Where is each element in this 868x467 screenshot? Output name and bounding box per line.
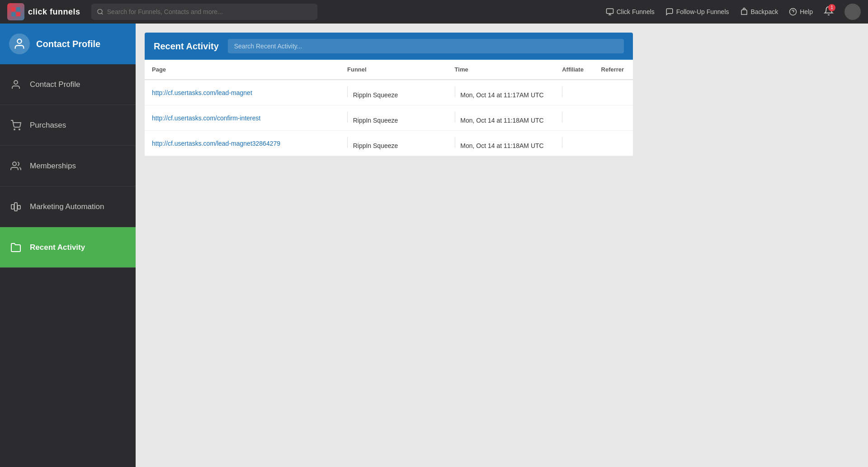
svg-point-4 [97,9,102,14]
sidebar-item-marketing-automation-label: Marketing Automation [30,202,104,211]
nav-follow-up-label: Follow-Up Funnels [676,8,729,15]
table-row: http://cf.usertasks.com/lead-magnet Ripp… [145,80,633,105]
svg-rect-2 [11,12,15,16]
cell-page: http://cf.usertasks.com/lead-magnet [145,80,340,105]
backpack-icon [740,8,748,16]
person-icon [9,78,23,91]
cell-time: Mon, Oct 14 at 11:18AM UTC [448,105,555,131]
cell-affiliate [555,131,594,156]
svg-rect-16 [11,205,14,209]
activity-table: Page Funnel Time Affiliate Referrer http… [145,60,633,156]
sidebar-header-title: Contact Profile [36,39,100,49]
divider [562,137,562,148]
sidebar-item-memberships[interactable]: Memberships [0,146,136,186]
logo-text: click funnels [28,7,80,17]
svg-line-5 [101,13,103,14]
divider [455,86,455,97]
sidebar-item-memberships-label: Memberships [30,162,76,171]
col-header-page: Page [145,60,340,80]
svg-rect-3 [16,12,20,16]
cell-referrer [594,80,633,105]
cell-referrer [594,131,633,156]
sidebar-item-recent-activity-label: Recent Activity [30,243,85,252]
divider [455,137,455,148]
cell-page: http://cf.usertasks.com/lead-magnet32864… [145,131,340,156]
sidebar-header-icon [9,33,30,54]
search-input[interactable] [107,8,312,15]
cell-funnel: RippIn Squeeze [340,80,448,105]
cell-affiliate [555,80,594,105]
col-header-affiliate: Affiliate [555,60,594,80]
svg-rect-0 [11,7,15,11]
cell-referrer [594,105,633,131]
svg-point-15 [13,162,16,166]
cell-funnel: RippIn Squeeze [340,131,448,156]
sidebar: Contact Profile Contact Profile [0,24,136,467]
sidebar-nav: Contact Profile Purchases [0,64,136,467]
cell-affiliate [555,105,594,131]
svg-point-11 [17,39,21,43]
top-navigation: click funnels Click Funnels Follow-Up Fu… [0,0,868,24]
table-row: http://cf.usertasks.com/lead-magnet32864… [145,131,633,156]
sidebar-header: Contact Profile [0,24,136,64]
cell-funnel: RippIn Squeeze [340,105,448,131]
nav-backpack[interactable]: Backpack [740,8,778,16]
table-header-row: Page Funnel Time Affiliate Referrer [145,60,633,80]
avatar[interactable] [844,4,861,20]
notification-badge: 1 [828,4,835,11]
memberships-icon [9,159,23,173]
nav-click-funnels-label: Click Funnels [617,8,655,15]
logo-icon [7,3,24,20]
content-area: Recent Activity Page Funnel Time Affilia… [136,24,868,467]
svg-point-12 [14,81,18,84]
col-header-funnel: Funnel [340,60,448,80]
svg-rect-1 [16,7,20,11]
divider [455,112,455,123]
cell-time: Mon, Oct 14 at 11:18AM UTC [448,131,555,156]
sidebar-item-recent-activity[interactable]: Recent Activity [0,227,136,268]
activity-panel-title: Recent Activity [154,41,219,52]
nav-items: Click Funnels Follow-Up Funnels Backpack… [606,4,861,20]
col-header-time: Time [448,60,555,80]
folder-icon [9,241,23,254]
page-link[interactable]: http://cf.usertasks.com/confirm-interest [152,114,260,122]
svg-point-14 [19,129,20,130]
col-header-referrer: Referrer [594,60,633,80]
nav-click-funnels[interactable]: Click Funnels [606,8,655,16]
activity-search-input[interactable] [228,39,624,53]
sidebar-item-purchases-label: Purchases [30,121,66,130]
page-link[interactable]: http://cf.usertasks.com/lead-magnet32864… [152,140,280,147]
cell-page: http://cf.usertasks.com/confirm-interest [145,105,340,131]
table-row: http://cf.usertasks.com/confirm-interest… [145,105,633,131]
follow-up-icon [665,8,674,16]
divider [562,112,562,123]
nav-backpack-label: Backpack [751,8,778,15]
cart-icon [9,119,23,132]
svg-rect-18 [18,205,20,209]
svg-rect-17 [14,203,17,211]
sidebar-item-contact-profile-label: Contact Profile [30,80,80,89]
divider [562,86,562,97]
svg-rect-6 [606,9,613,14]
global-search-bar[interactable] [91,4,317,20]
cell-time: Mon, Oct 14 at 11:17AM UTC [448,80,555,105]
divider [347,137,348,148]
divider [347,86,348,97]
main-layout: Contact Profile Contact Profile [0,24,868,467]
sidebar-item-purchases[interactable]: Purchases [0,105,136,146]
svg-point-13 [14,129,15,130]
activity-panel: Recent Activity Page Funnel Time Affilia… [145,33,633,156]
notification-button[interactable]: 1 [824,6,834,18]
divider [347,112,348,123]
activity-panel-header: Recent Activity [145,33,633,60]
logo-area[interactable]: click funnels [7,3,80,20]
page-link[interactable]: http://cf.usertasks.com/lead-magnet [152,89,252,96]
nav-follow-up-funnels[interactable]: Follow-Up Funnels [665,8,729,16]
help-icon [789,8,797,16]
search-icon [97,8,104,15]
nav-help-label: Help [800,8,813,15]
sidebar-item-marketing-automation[interactable]: Marketing Automation [0,186,136,227]
funnel-icon [606,8,614,16]
nav-help[interactable]: Help [789,8,813,16]
sidebar-item-contact-profile[interactable]: Contact Profile [0,64,136,105]
